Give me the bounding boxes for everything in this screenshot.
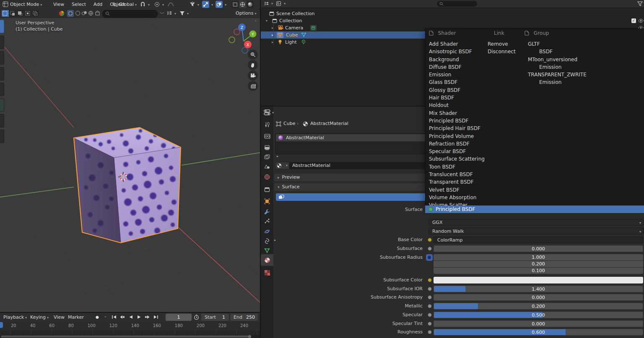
record-button[interactable]: ● bbox=[93, 314, 101, 320]
proportional-editing-icon[interactable] bbox=[154, 2, 160, 7]
specular-slider[interactable]: 0.500 bbox=[434, 312, 643, 318]
filter-funnel-icon[interactable] bbox=[179, 10, 185, 16]
shader-menu-item[interactable]: Add Shader bbox=[429, 40, 485, 48]
tab-tool[interactable] bbox=[261, 120, 273, 130]
float-socket-icon[interactable] bbox=[428, 322, 432, 326]
shader-menu-item[interactable]: Emission bbox=[429, 71, 485, 78]
viewport-3d[interactable]: Object Mode▾ ViewSelectAddObject Global▾… bbox=[0, 0, 260, 312]
pan-hand-button[interactable] bbox=[248, 60, 258, 70]
show-gizmo-toggle[interactable] bbox=[202, 1, 209, 8]
tab-render[interactable] bbox=[261, 131, 273, 141]
group-menu-item[interactable]: BSDF bbox=[528, 48, 587, 55]
timeline-marker-menu[interactable]: Marker bbox=[68, 313, 84, 322]
cube-label[interactable]: Cube bbox=[286, 31, 298, 39]
camera-view-button[interactable] bbox=[248, 70, 258, 81]
globe-option-icon[interactable] bbox=[88, 10, 93, 16]
metallic-slider[interactable]: 0.200 bbox=[434, 303, 643, 309]
light-data-icon[interactable] bbox=[301, 39, 306, 45]
select-mode-subtract-button[interactable] bbox=[17, 10, 24, 17]
play-button[interactable] bbox=[135, 314, 143, 320]
snap-target-active-icon[interactable] bbox=[67, 10, 74, 17]
playhead-current-frame[interactable] bbox=[0, 322, 3, 328]
start-frame-field[interactable]: Start 1 bbox=[201, 314, 229, 321]
hide-eye-icon[interactable] bbox=[638, 18, 644, 23]
shader-menu-item[interactable]: Principled BSDF bbox=[429, 117, 485, 125]
mode-dropdown[interactable]: Object Mode▾ bbox=[10, 0, 42, 9]
shader-menu-item[interactable]: Anisotropic BSDF bbox=[429, 48, 485, 55]
select-mode-invert-button[interactable] bbox=[24, 10, 31, 17]
collection-checkbox[interactable]: ✓ bbox=[631, 18, 636, 23]
shader-menu-item[interactable]: Glossy BSDF bbox=[429, 86, 485, 94]
group-menu-item[interactable]: Emission bbox=[528, 78, 587, 86]
camera-label[interactable]: Camera bbox=[285, 24, 303, 31]
float-socket-icon[interactable] bbox=[428, 330, 432, 334]
shader-menu-item[interactable]: Translucent BSDF bbox=[429, 171, 485, 178]
shading-solid-button[interactable] bbox=[239, 1, 246, 8]
current-frame-field[interactable]: 1 bbox=[166, 314, 192, 321]
vector-socket-icon[interactable] bbox=[426, 254, 433, 261]
shader-menu-item[interactable]: Subsurface Scattering bbox=[429, 155, 485, 163]
options-dropdown[interactable]: Options▾ bbox=[236, 9, 256, 18]
subsurface-ior-slider[interactable]: 1.400 bbox=[434, 286, 643, 292]
light-label[interactable]: Light bbox=[285, 39, 296, 46]
shader-menu-item[interactable]: Volume Absorption bbox=[429, 194, 485, 201]
timeline-scrollbar[interactable] bbox=[0, 335, 260, 338]
shader-menu-item[interactable]: Diffuse BSDF bbox=[429, 63, 485, 71]
link-menu-item[interactable]: Remove bbox=[488, 40, 516, 48]
jump-to-end-button[interactable] bbox=[152, 314, 160, 320]
tab-output[interactable] bbox=[261, 143, 273, 153]
display-mode-icon[interactable] bbox=[276, 1, 281, 6]
snap-magnet-icon[interactable] bbox=[140, 2, 145, 7]
group-menu-item[interactable]: Emission bbox=[528, 63, 587, 71]
sss-method-dropdown[interactable]: Random Walk ▾ bbox=[428, 228, 644, 234]
outliner-filter-icon[interactable] bbox=[637, 1, 643, 6]
scrollbar-end-knob[interactable] bbox=[248, 335, 251, 338]
keying-dropdown[interactable]: Keying▾ bbox=[30, 313, 49, 322]
group-menu-item[interactable]: GLTF bbox=[528, 40, 587, 48]
next-keyframe-button[interactable] bbox=[143, 314, 151, 320]
editor-type-properties-icon[interactable] bbox=[264, 109, 270, 116]
auto-keyframe-clock-icon[interactable] bbox=[194, 315, 199, 320]
sphere-option-icon[interactable] bbox=[75, 10, 80, 16]
specular-tint-slider[interactable]: 0.000 bbox=[434, 320, 643, 327]
toolbar-tool-8[interactable] bbox=[0, 130, 4, 143]
shader-menu-item[interactable]: Transparent BSDF bbox=[429, 178, 485, 186]
timeline-view-menu[interactable]: View bbox=[54, 313, 65, 322]
play-reverse-button[interactable] bbox=[127, 314, 135, 320]
shading-wireframe-button[interactable] bbox=[231, 1, 239, 8]
subsurface-slider[interactable]: 0.000 bbox=[434, 245, 643, 252]
tab-object[interactable] bbox=[261, 196, 273, 206]
tab-world[interactable] bbox=[261, 172, 273, 182]
color-socket-icon[interactable] bbox=[428, 238, 432, 242]
shader-menu-item[interactable]: Principled Volume bbox=[429, 133, 485, 140]
breadcrumb-object[interactable]: Cube bbox=[283, 121, 295, 126]
shader-menu-item[interactable]: Glass BSDF bbox=[429, 78, 485, 86]
ortho-toggle-button[interactable] bbox=[248, 81, 258, 91]
editor-type-3d-icon[interactable] bbox=[3, 1, 8, 7]
toolbar-tool-7[interactable] bbox=[0, 114, 4, 127]
viewport-menu-item[interactable]: Select bbox=[68, 0, 90, 9]
toolbar-measure-tool[interactable] bbox=[0, 98, 4, 112]
tab-collection[interactable] bbox=[261, 185, 273, 195]
distribution-dropdown[interactable]: GGX ▾ bbox=[428, 219, 644, 226]
material-browse-button[interactable]: ▾ bbox=[275, 162, 289, 169]
camera-data-icon[interactable] bbox=[310, 25, 317, 31]
end-frame-field[interactable]: End 250 bbox=[230, 314, 258, 321]
tool-search-input[interactable] bbox=[102, 10, 158, 18]
tab-scene[interactable] bbox=[261, 161, 273, 172]
keying-set-dropdown[interactable]: ▾ bbox=[102, 314, 108, 320]
radius-y-field[interactable]: 0.200 bbox=[434, 261, 643, 267]
tab-view-layer[interactable] bbox=[261, 152, 273, 162]
shader-menu-item[interactable]: Principled Hair BSDF bbox=[429, 125, 485, 132]
select-mode-intersect-button[interactable] bbox=[32, 10, 39, 17]
tab-particles[interactable] bbox=[261, 216, 273, 226]
roughness-slider[interactable]: 0.600 bbox=[434, 329, 643, 335]
group-menu-item[interactable]: TRANSPARENT_ZWRITE bbox=[528, 71, 587, 78]
outliner-search-input[interactable] bbox=[437, 1, 477, 7]
jump-to-start-button[interactable] bbox=[110, 314, 118, 320]
show-overlays-toggle[interactable] bbox=[216, 1, 223, 8]
toolbar-tool-3[interactable] bbox=[0, 51, 4, 65]
toolbar-tool-2[interactable] bbox=[0, 36, 4, 49]
scrollbar-handle[interactable] bbox=[1, 335, 250, 338]
breadcrumb-material[interactable]: AbstractMaterial bbox=[310, 121, 348, 126]
